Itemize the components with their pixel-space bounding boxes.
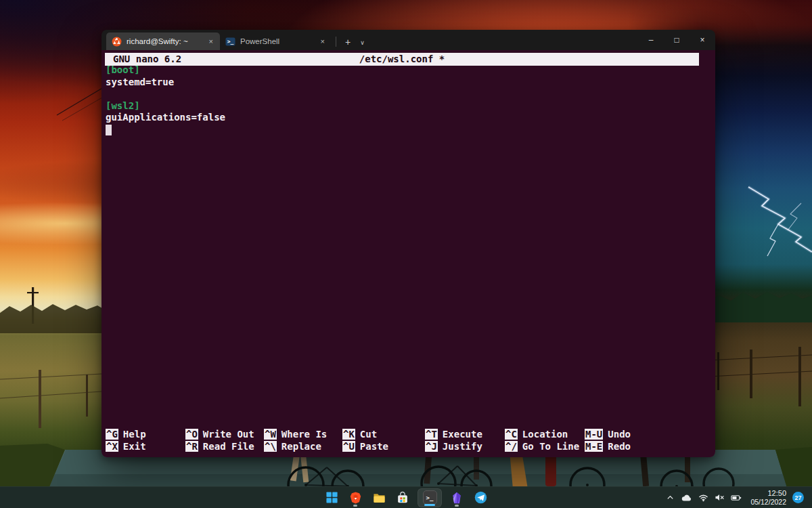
shortcut-label: Go To Line bbox=[522, 441, 579, 452]
new-tab-button[interactable]: + bbox=[340, 37, 355, 47]
volume-muted-icon[interactable] bbox=[715, 493, 725, 502]
shortcut-key: ^C bbox=[505, 429, 518, 440]
shortcut-label: Execute bbox=[443, 429, 482, 440]
clock-time: 12:50 bbox=[750, 489, 786, 498]
nano-shortcut-help: ^GHelp bbox=[106, 429, 146, 440]
shortcut-key: M-U bbox=[585, 429, 603, 440]
shortcut-key: ^U bbox=[342, 441, 355, 452]
shortcut-key: ^K bbox=[342, 429, 355, 440]
tab-label: PowerShell bbox=[240, 37, 319, 45]
windows-logo-icon bbox=[325, 491, 338, 504]
shortcut-label: Cut bbox=[360, 429, 377, 440]
taskbar-app-microsoft-store[interactable] bbox=[394, 488, 411, 507]
buffer-line: guiApplications=false bbox=[106, 112, 225, 123]
running-indicator bbox=[353, 505, 357, 507]
shortcut-label: Replace bbox=[281, 441, 321, 452]
notification-count-badge[interactable]: 27 bbox=[792, 492, 804, 503]
nano-shortcut-execute: ^TExecute bbox=[425, 429, 482, 440]
powershell-icon: >_ bbox=[225, 37, 235, 47]
taskbar-app-brave[interactable] bbox=[346, 488, 364, 507]
shortcut-label: Paste bbox=[360, 441, 388, 452]
taskbar: >_ bbox=[0, 486, 812, 508]
start-button[interactable] bbox=[323, 488, 340, 507]
microsoft-store-icon bbox=[396, 491, 409, 505]
terminal-cursor bbox=[106, 125, 112, 135]
nano-shortcut-replace: ^\Replace bbox=[264, 441, 321, 452]
shortcut-key: ^J bbox=[425, 441, 438, 452]
shortcut-key: ^W bbox=[264, 429, 277, 440]
shortcut-key: ^/ bbox=[505, 441, 518, 452]
tabbar-divider bbox=[336, 37, 336, 47]
taskbar-app-telegram[interactable] bbox=[472, 488, 489, 507]
tab-close-icon[interactable]: × bbox=[208, 37, 215, 45]
ubuntu-icon bbox=[112, 37, 122, 47]
minimize-button[interactable]: – bbox=[638, 30, 664, 50]
nano-shortcut-write-out: ^OWrite Out bbox=[185, 429, 254, 440]
battery-icon[interactable] bbox=[731, 494, 742, 502]
shortcut-label: Location bbox=[522, 429, 568, 440]
shortcut-key: ^G bbox=[106, 429, 118, 440]
shortcut-key: ^R bbox=[185, 441, 198, 452]
maximize-button[interactable]: □ bbox=[664, 30, 690, 50]
shortcut-label: Help bbox=[123, 429, 146, 440]
system-tray: 12:50 05/12/2022 27 bbox=[666, 487, 812, 508]
buffer-line: [boot] bbox=[106, 64, 140, 76]
taskbar-clock[interactable]: 12:50 05/12/2022 bbox=[750, 489, 786, 506]
tab-powershell[interactable]: >_ PowerShell × bbox=[220, 33, 332, 50]
nano-shortcut-read-file: ^RRead File bbox=[185, 441, 254, 452]
nano-shortcut-justify: ^JJustify bbox=[425, 441, 482, 452]
desktop: richard@Swifty: ~ × >_ PowerShell × + ∨ … bbox=[0, 0, 812, 508]
nano-titlebar: GNU nano 6.2 /etc/wsl.conf * bbox=[105, 53, 699, 66]
brave-icon bbox=[349, 491, 362, 504]
buffer-line: systemd=true bbox=[106, 77, 174, 88]
terminal-window: richard@Swifty: ~ × >_ PowerShell × + ∨ … bbox=[102, 30, 715, 457]
svg-text:>_: >_ bbox=[227, 39, 234, 45]
taskbar-app-windows-terminal[interactable]: >_ bbox=[418, 488, 442, 507]
nano-shortcut-undo: M-UUndo bbox=[585, 429, 631, 440]
shortcut-key: ^\ bbox=[264, 441, 277, 452]
nano-shortcut-location: ^CLocation bbox=[505, 429, 568, 440]
shortcut-label: Undo bbox=[608, 429, 631, 440]
telegram-icon bbox=[474, 491, 487, 504]
nano-shortcut-exit: ^XExit bbox=[106, 441, 146, 452]
nano-shortcut-redo: M-ERedo bbox=[585, 441, 631, 452]
obsidian-icon bbox=[451, 492, 463, 504]
shortcut-label: Justify bbox=[443, 441, 482, 452]
shortcut-label: Where Is bbox=[281, 429, 327, 440]
nano-shortcut-go-to-line: ^/Go To Line bbox=[505, 441, 579, 452]
tab-ubuntu[interactable]: richard@Swifty: ~ × bbox=[106, 33, 220, 50]
shortcut-label: Redo bbox=[608, 441, 631, 452]
running-indicator bbox=[455, 505, 459, 507]
nano-shortcut-paste: ^UPaste bbox=[342, 441, 388, 452]
tab-dropdown-button[interactable]: ∨ bbox=[355, 39, 369, 46]
shortcut-key: ^T bbox=[425, 429, 438, 440]
clock-date: 05/12/2022 bbox=[750, 498, 786, 506]
wifi-icon[interactable] bbox=[698, 493, 708, 502]
nano-shortcut-where-is: ^WWhere Is bbox=[264, 429, 327, 440]
onedrive-cloud-icon[interactable] bbox=[681, 493, 692, 502]
file-explorer-icon bbox=[373, 491, 386, 504]
taskbar-app-obsidian[interactable] bbox=[448, 488, 466, 507]
tab-label: richard@Swifty: ~ bbox=[127, 37, 208, 45]
shortcut-key: M-E bbox=[585, 441, 603, 452]
shortcut-key: ^O bbox=[185, 429, 198, 440]
tab-close-icon[interactable]: × bbox=[319, 37, 326, 45]
hidden-icons-chevron-icon[interactable] bbox=[666, 493, 675, 502]
taskbar-app-file-explorer[interactable] bbox=[370, 488, 388, 507]
shortcut-label: Write Out bbox=[203, 429, 254, 440]
running-indicator-active bbox=[424, 504, 435, 506]
shortcut-key: ^X bbox=[106, 441, 118, 452]
nano-shortcut-cut: ^KCut bbox=[342, 429, 377, 440]
nano-filename: /etc/wsl.conf * bbox=[105, 54, 699, 64]
buffer-line: [wsl2] bbox=[106, 100, 140, 112]
terminal-screen[interactable]: GNU nano 6.2 /etc/wsl.conf * [boot] syst… bbox=[102, 50, 715, 457]
window-titlebar[interactable]: richard@Swifty: ~ × >_ PowerShell × + ∨ … bbox=[102, 30, 715, 50]
windows-terminal-icon: >_ bbox=[423, 490, 437, 505]
shortcut-label: Exit bbox=[123, 441, 146, 452]
close-button[interactable]: × bbox=[690, 30, 715, 50]
shortcut-label: Read File bbox=[203, 441, 254, 452]
